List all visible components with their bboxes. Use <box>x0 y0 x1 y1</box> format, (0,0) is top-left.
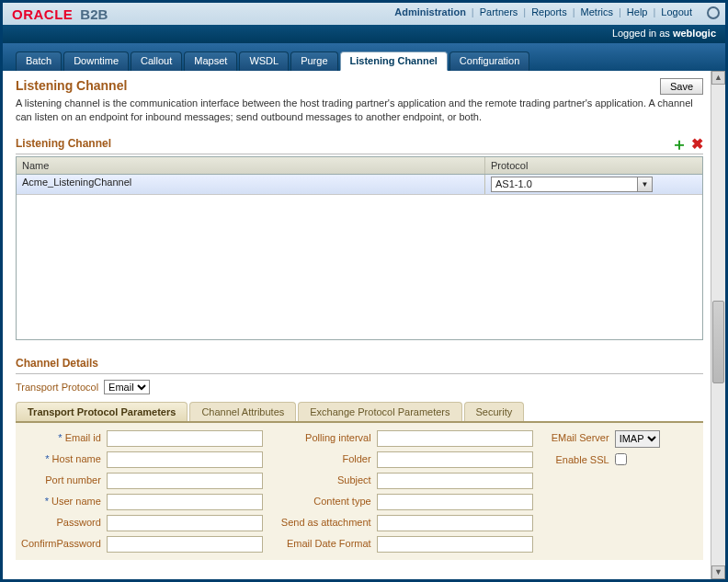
grid-col-name[interactable]: Name <box>17 157 485 174</box>
header-bar: ORACLE B2B Administration| Partners| Rep… <box>3 3 725 25</box>
grid-title: Listening Channel <box>16 137 111 150</box>
label-email-id: * Email id <box>21 430 101 447</box>
login-status-bar: Logged in as weblogic <box>3 25 725 43</box>
subtab-exchange-protocol-parameters[interactable]: Exchange Protocol Parameters <box>298 402 461 421</box>
label-enable-ssl: Enable SSL <box>552 452 609 467</box>
page-description: A listening channel is the communication… <box>16 97 703 124</box>
nav-partners[interactable]: Partners <box>474 6 524 17</box>
input-folder[interactable] <box>377 451 533 468</box>
nav-administration[interactable]: Administration <box>389 6 472 17</box>
form-column-1: * Email id * Host name Port number * Use… <box>21 430 263 553</box>
tab-purge[interactable]: Purge <box>290 51 337 71</box>
input-user-name[interactable] <box>107 494 263 510</box>
tab-callout[interactable]: Callout <box>131 51 182 71</box>
label-folder: Folder <box>281 451 371 468</box>
scroll-up-button[interactable]: ▲ <box>711 71 725 85</box>
label-polling-interval: Polling interval <box>281 430 371 447</box>
row-protocol-dropdown-button[interactable]: ▼ <box>638 177 653 192</box>
input-send-as-attachment[interactable] <box>377 515 533 531</box>
subtab-transport-protocol-parameters[interactable]: Transport Protocol Parameters <box>16 402 188 421</box>
logo-oracle: ORACLE <box>12 6 73 22</box>
login-status-user: weblogic <box>673 28 716 39</box>
content-area: Listening Channel Save A listening chann… <box>3 71 711 579</box>
input-email-id[interactable] <box>107 430 263 447</box>
form-column-3: EMail Server IMAP Enable SSL <box>552 430 660 553</box>
tab-mapset[interactable]: Mapset <box>184 51 237 71</box>
grid-col-protocol[interactable]: Protocol <box>485 157 702 174</box>
label-send-as-attachment: Send as attachment <box>281 515 371 531</box>
brand-ring-icon <box>707 6 720 19</box>
scroll-down-button[interactable]: ▼ <box>711 565 725 579</box>
page-title: Listening Channel <box>16 78 127 93</box>
table-row[interactable]: Acme_ListeningChannel AS1-1.0 ▼ <box>17 175 702 195</box>
label-user-name: * User name <box>21 494 101 510</box>
login-status-prefix: Logged in as <box>612 28 673 39</box>
label-confirm-password: ConfirmPassword <box>21 536 101 553</box>
tab-listening-channel[interactable]: Listening Channel <box>340 51 448 71</box>
transport-protocol-select[interactable]: Email <box>104 380 150 394</box>
nav-logout[interactable]: Logout <box>655 6 698 17</box>
input-email-date-format[interactable] <box>377 536 533 553</box>
save-button[interactable]: Save <box>660 78 703 95</box>
input-host-name[interactable] <box>107 451 263 468</box>
row-protocol-value: AS1-1.0 <box>491 177 638 192</box>
channel-details-title: Channel Details <box>16 357 98 370</box>
transport-protocol-label: Transport Protocol <box>16 382 98 393</box>
label-password: Password <box>21 515 101 531</box>
row-name: Acme_ListeningChannel <box>17 175 485 194</box>
nav-help[interactable]: Help <box>621 6 654 17</box>
form-column-2: Polling interval Folder Subject Content … <box>281 430 533 553</box>
grid-header: Name Protocol <box>17 157 702 175</box>
input-port-number[interactable] <box>107 473 263 489</box>
tab-configuration[interactable]: Configuration <box>449 51 529 71</box>
input-confirm-password[interactable] <box>107 536 263 553</box>
label-port-number: Port number <box>21 473 101 489</box>
input-polling-interval[interactable] <box>377 430 533 447</box>
nav-metrics[interactable]: Metrics <box>575 6 619 17</box>
subtab-security[interactable]: Security <box>464 402 525 421</box>
subtab-channel-attributes[interactable]: Channel Attributes <box>189 402 296 421</box>
input-password[interactable] <box>107 515 263 531</box>
tab-downtime[interactable]: Downtime <box>63 51 129 71</box>
input-subject[interactable] <box>377 473 533 489</box>
label-content-type: Content type <box>281 494 371 510</box>
tab-bar: Batch Downtime Callout Mapset WSDL Purge… <box>3 43 725 71</box>
header-nav: Administration| Partners| Reports| Metri… <box>389 6 698 17</box>
label-email-date-format: Email Date Format <box>281 536 371 553</box>
label-subject: Subject <box>281 473 371 489</box>
add-channel-icon[interactable]: ＋ <box>671 138 688 151</box>
tab-batch[interactable]: Batch <box>16 51 62 71</box>
input-content-type[interactable] <box>377 494 533 510</box>
app-window: ORACLE B2B Administration| Partners| Rep… <box>0 0 728 582</box>
form-panel: * Email id * Host name Port number * Use… <box>16 423 703 560</box>
logo-product: B2B <box>80 6 108 22</box>
vertical-scrollbar[interactable]: ▲ ▼ <box>711 71 725 579</box>
delete-channel-icon[interactable]: ✖ <box>691 138 703 151</box>
nav-reports[interactable]: Reports <box>526 6 573 17</box>
label-host-name: * Host name <box>21 451 101 468</box>
label-email-server: EMail Server <box>552 430 609 448</box>
channel-grid: Name Protocol Acme_ListeningChannel AS1-… <box>16 156 703 340</box>
select-email-server[interactable]: IMAP <box>615 430 660 448</box>
tab-wsdl[interactable]: WSDL <box>239 51 289 71</box>
scroll-thumb[interactable] <box>712 301 724 383</box>
checkbox-enable-ssl[interactable] <box>615 453 627 465</box>
